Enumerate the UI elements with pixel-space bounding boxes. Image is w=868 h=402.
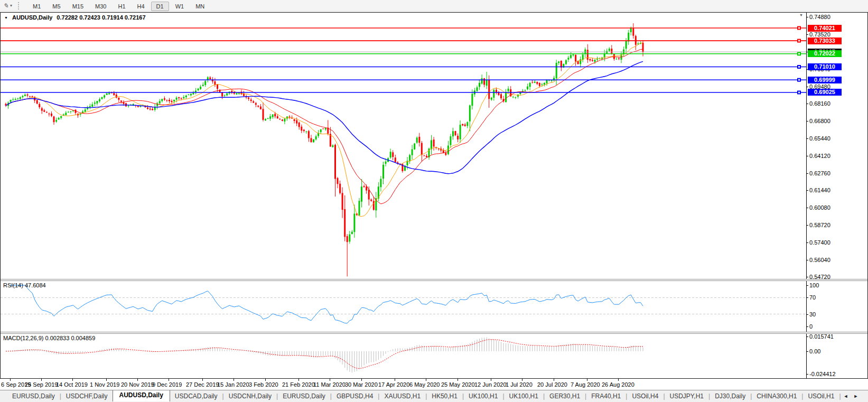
ma-50-line	[6, 61, 643, 173]
triangle-down-icon[interactable]: ▼	[4, 16, 8, 20]
date-tick	[137, 379, 138, 381]
date-label: 1 Nov 2019	[90, 381, 119, 388]
chart-tab-usdcnh-daily[interactable]: USDCNH,Daily	[224, 391, 276, 401]
chart-tab-uk100-h1[interactable]: UK100,H1	[464, 391, 502, 401]
date-tick	[202, 379, 203, 381]
date-tick	[395, 379, 395, 381]
timeframe-mn-button[interactable]: MN	[190, 2, 210, 11]
price-tick-0.58720: 0.58720	[809, 222, 830, 228]
price-tick-0.66800: 0.66800	[809, 118, 830, 124]
price-tick-dash	[806, 190, 808, 191]
rsi-tick-dash	[806, 285, 808, 286]
chart-tab-xauusd-h1[interactable]: XAUUSD,H1	[379, 391, 425, 401]
main-price-chart[interactable]	[1, 13, 806, 279]
price-tick-dash	[806, 208, 808, 208]
date-tick	[554, 379, 554, 381]
timeframe-w1-button[interactable]: W1	[170, 2, 190, 11]
macd-tick-0.00: 0.00	[809, 348, 820, 354]
chart-tab-fra40-h1[interactable]: FRA40,H1	[586, 391, 626, 401]
horizontal-lines[interactable]	[1, 26, 806, 95]
price-tick-0.64120: 0.64120	[809, 153, 830, 159]
rsi-indicator-label: RSI(14) 47.6084	[3, 282, 46, 288]
timeframe-h4-button[interactable]: H4	[132, 2, 150, 11]
rsi-panel[interactable]	[1, 281, 806, 332]
rsi-line	[11, 285, 643, 323]
chart-title-ohlc: 0.72282 0.72423 0.71914 0.72167	[57, 14, 145, 21]
price-tick-dash	[806, 34, 808, 35]
date-tick	[587, 379, 587, 381]
chart-tab-usdchf-daily[interactable]: USDCHF,Daily	[61, 391, 113, 401]
date-label: 14 Oct 2019	[56, 381, 88, 388]
chart-tab-usoil-h4[interactable]: USOil,H4	[627, 391, 663, 401]
date-label: 6 May 2020	[409, 381, 440, 388]
tab-separator: |	[839, 392, 841, 400]
price-badge-0.74021: 0.74021	[808, 25, 842, 32]
chart-tab-gbpusd-h4[interactable]: GBPUSD,H4	[332, 391, 378, 401]
price-tick-dash	[806, 121, 808, 121]
chart-tab-eurusd-daily[interactable]: EURUSD,Daily	[7, 391, 60, 401]
chart-tab-usdjpy-h1[interactable]: USDJPY,H1	[665, 391, 708, 401]
rsi-tick-dash	[806, 297, 808, 298]
drawing-tool-button[interactable]: ✎▾	[3, 2, 12, 10]
chart-tab-eurusd-daily[interactable]: EURUSD,Daily	[278, 391, 330, 401]
timeframe-h1-button[interactable]: H1	[113, 2, 130, 11]
toolbar-grip[interactable]	[18, 2, 21, 10]
price-badge-0.69999: 0.69999	[808, 77, 842, 83]
panel-splitter[interactable]	[1, 279, 867, 281]
chart-tab-usdcad-daily[interactable]: USDCAD,Daily	[170, 391, 222, 401]
date-tick	[265, 379, 266, 381]
date-tick	[234, 379, 234, 381]
date-label: 25 Sep 2019	[25, 381, 58, 388]
tabs-scroll-right-button[interactable]: ►	[854, 394, 858, 399]
chart-tab-china300-h1[interactable]: CHINA300,H1	[752, 391, 801, 401]
ma-10-line	[6, 42, 643, 216]
pencil-icon: ✎	[3, 2, 8, 10]
chart-tab-bar: EURUSD,Daily|USDCHF,DailyAUDUSD,DailyUSD…	[0, 390, 868, 402]
date-label: 3 Feb 2020	[249, 381, 278, 388]
timeframe-m1-button[interactable]: M1	[27, 2, 46, 11]
chart-tab-dj30-daily[interactable]: DJ30,Daily	[710, 391, 750, 401]
chart-tab-uk100-h1[interactable]: UK100,H1	[505, 391, 543, 401]
macd-tick-dash	[806, 351, 808, 352]
price-tick-0.57400: 0.57400	[809, 239, 830, 246]
date-tick	[10, 379, 11, 381]
macd-tick-0.015741: 0.015741	[809, 333, 834, 340]
macd-histogram	[6, 338, 643, 373]
date-tick	[458, 379, 458, 381]
macd-tick-dash	[806, 336, 808, 337]
chart-tab-audusd-daily[interactable]: AUDUSD,Daily	[113, 390, 170, 401]
date-axis: 6 Sep 201925 Sep 201914 Oct 20191 Nov 20…	[0, 379, 868, 390]
date-label: 21 Feb 2020	[282, 381, 315, 388]
chart-tab-usoil-h1[interactable]: USOil,H1	[803, 391, 839, 401]
ma-20-line	[6, 49, 643, 204]
price-tick-dash	[806, 138, 808, 139]
chart-window[interactable]: ▼ AUDUSD,Daily 0.72282 0.72423 0.71914 0…	[0, 12, 868, 379]
date-tick	[491, 379, 491, 381]
price-tick-dash	[806, 242, 808, 243]
timeframe-m5-button[interactable]: M5	[47, 2, 66, 11]
chart-tab-ger30-h1[interactable]: GER30,H1	[545, 391, 585, 401]
date-label: 9 Dec 2019	[152, 381, 182, 388]
price-tick-dash	[806, 225, 808, 226]
panel-splitter[interactable]	[1, 332, 867, 334]
date-label: 7 Aug 2020	[571, 381, 600, 388]
macd-panel[interactable]	[1, 334, 806, 378]
timeframe-m15-button[interactable]: M15	[67, 2, 89, 11]
price-tick-dash	[806, 87, 808, 87]
chart-tab-hk50-h1[interactable]: HK50,H1	[427, 391, 462, 401]
date-label: 12 Jun 2020	[474, 381, 507, 388]
timeframe-d1-button[interactable]: D1	[151, 2, 169, 11]
tabs-scroll-left-button[interactable]: ◄	[844, 394, 848, 399]
price-tick-0.68160: 0.68160	[809, 100, 830, 107]
date-tick	[169, 379, 169, 381]
price-tick-0.65440: 0.65440	[809, 135, 830, 142]
macd-signal-line	[6, 340, 643, 369]
date-label: 11 Mar 2020	[313, 381, 346, 388]
date-tick	[106, 379, 107, 381]
rsi-tick-0: 0	[809, 323, 813, 330]
price-tick-dash	[806, 104, 808, 104]
chevron-down-icon[interactable]: ▾	[10, 3, 12, 8]
price-tick-0.62760: 0.62760	[809, 170, 830, 176]
rsi-tick-30: 30	[809, 311, 816, 317]
timeframe-m30-button[interactable]: M30	[90, 2, 111, 11]
